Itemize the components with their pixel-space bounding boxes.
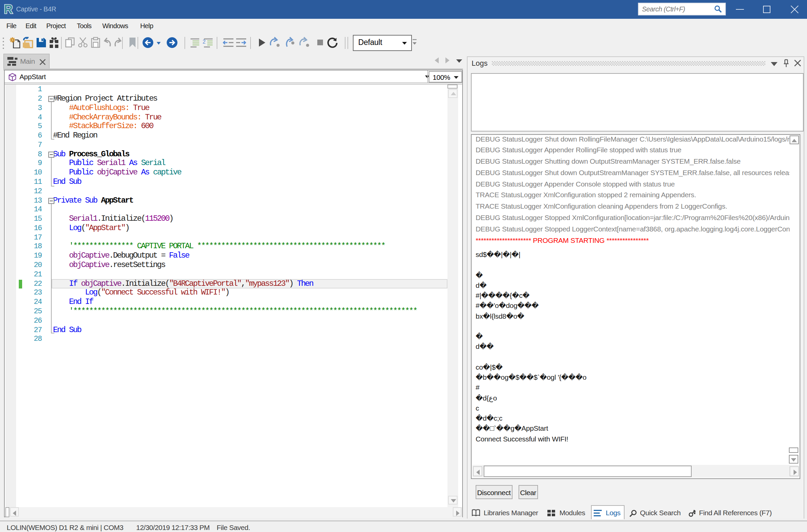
svg-text:2: 2: [203, 39, 206, 44]
svg-text:R: R: [4, 3, 13, 16]
